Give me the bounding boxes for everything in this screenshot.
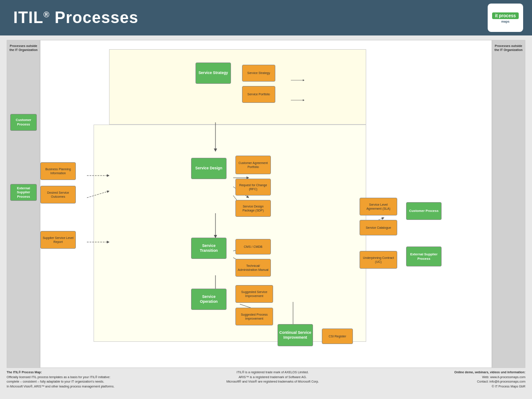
left-outside-column: Processes outside the IT Organization Cu…: [7, 40, 40, 368]
customer-process-right[interactable]: Customer Process: [406, 202, 442, 220]
service-level-agreement[interactable]: Service Level Agreement (SLA): [360, 198, 397, 215]
right-outside-column: Processes outside the IT Organization: [492, 40, 525, 368]
info-mid-line3: Microsoft® and Visio® are registered tra…: [227, 380, 319, 383]
business-planning[interactable]: Business Planning Information: [40, 162, 76, 180]
info-mid: ITIL® is a registered trade mark of AXEL…: [188, 370, 357, 389]
external-supplier-right[interactable]: External Supplier Process: [406, 246, 442, 266]
service-portfolio[interactable]: Service Portfolio: [242, 86, 275, 103]
service-strategy-region: [109, 49, 366, 125]
header: ITIL® Processes it process maps: [0, 0, 532, 35]
info-right-copy: © IT Process Maps GbR: [492, 385, 525, 388]
info-left: The ITIL® Process Map: Officially licens…: [7, 370, 175, 389]
external-supplier-left[interactable]: External Supplier Process: [10, 184, 37, 201]
service-catalogue[interactable]: Service Catalogue: [360, 220, 397, 235]
right-outside-label: Processes outside the IT Organization: [492, 44, 525, 52]
supplier-service-level[interactable]: Supplier Service Level Report: [40, 231, 76, 249]
info-left-title: The ITIL® Process Map:: [7, 371, 42, 374]
technical-admin[interactable]: Technical/ Administration Manual: [235, 259, 271, 277]
continual-service[interactable]: Continual Service Improvement: [278, 324, 313, 346]
customer-agreement[interactable]: Customer Agreement Portfolio: [235, 156, 271, 174]
info-mid-line2: ARIS™ is a registered trademark of Softw…: [239, 376, 307, 379]
info-section: The ITIL® Process Map: Officially licens…: [7, 368, 525, 389]
customer-process-left[interactable]: Customer Process: [10, 114, 37, 131]
request-for-change[interactable]: Request for Change (RFC): [235, 179, 271, 196]
logo-it-label: it process: [492, 12, 518, 19]
service-strategy-sub[interactable]: Service Strategy: [242, 65, 275, 82]
info-right: Online demo, webinars, videos und inform…: [370, 370, 525, 389]
suggested-service[interactable]: Suggested Service Improvement: [235, 285, 273, 303]
center-diagram: Service Strategy Service Strategy Servic…: [40, 40, 492, 368]
services-inner-region: [94, 125, 366, 342]
csi-register[interactable]: CSI Register: [322, 329, 353, 344]
logo-maps-label: maps: [501, 20, 509, 23]
info-mid-line1: ITIL® is a registered trade mark of AXEL…: [237, 371, 309, 374]
desired-outcomes[interactable]: Desired Service Outcomes: [40, 186, 76, 203]
left-outside-label: Processes outside the IT Organization: [7, 44, 40, 52]
info-right-web: Web: www.it-processmaps.com: [482, 376, 525, 379]
underpinning-contract[interactable]: Underpinning Contract (UC): [360, 251, 397, 269]
service-transition-main[interactable]: Service Transition: [191, 238, 227, 259]
service-operation-main[interactable]: Service Operation: [191, 289, 227, 310]
cms-cmdb[interactable]: CMS / CMDB: [235, 239, 271, 254]
suggested-process[interactable]: Suggested Process Improvement: [235, 308, 273, 325]
service-design-package[interactable]: Service Design Package (SDP): [235, 200, 271, 217]
service-strategy-main[interactable]: Service Strategy: [196, 63, 231, 84]
diagram-area: Processes outside the IT Organization Cu…: [7, 40, 525, 368]
info-right-contact: Contact: info@it-processmaps.com: [477, 380, 525, 383]
main-area: Processes outside the IT Organization Cu…: [0, 35, 532, 399]
logo: it process maps: [488, 4, 523, 32]
page-title: ITIL® Processes: [13, 8, 138, 27]
info-left-body: Officially licensed ITIL process templat…: [7, 376, 114, 388]
service-design-main[interactable]: Service Design: [191, 158, 227, 179]
info-right-title: Online demo, webinars, videos und inform…: [454, 371, 525, 374]
